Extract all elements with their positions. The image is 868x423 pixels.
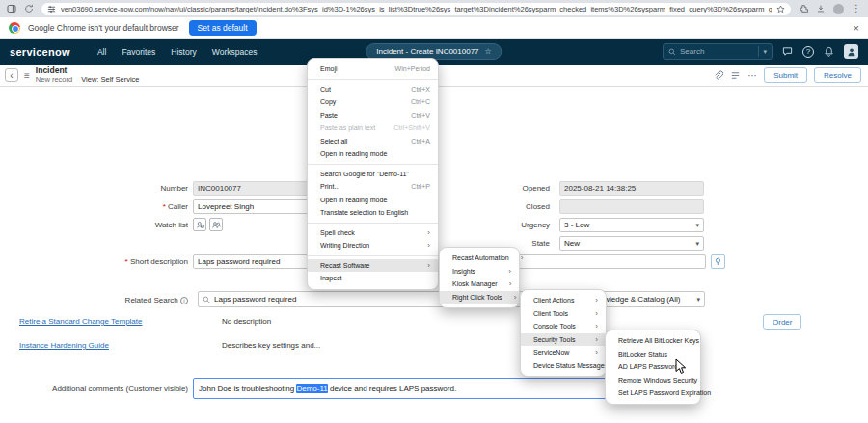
emoji-menu-item[interactable]: EmojiWin+Period <box>308 63 438 76</box>
paste-as-plain-text-menu-item[interactable]: Paste as plain textCtrl+Shift+V <box>308 121 438 135</box>
menu-item-label: BitLocker Status <box>618 351 667 357</box>
kiosk-manager-menu-item[interactable]: Kiosk Manager› <box>440 278 519 291</box>
default-browser-banner: Google Chrome isn't your default browser… <box>0 17 868 39</box>
menu-item-label: Console Tools <box>533 323 576 330</box>
open-in-reading-mode-menu-item[interactable]: Open in reading mode <box>308 194 438 207</box>
suggestion-lightbulb-icon[interactable] <box>711 254 725 269</box>
print-menu-item[interactable]: Print...Ctrl+P <box>308 180 438 194</box>
submenu-arrow-icon: › <box>509 253 524 262</box>
set-as-default-button[interactable]: Set as default <box>189 20 257 36</box>
client-tools-menu-item[interactable]: Client Tools› <box>521 307 606 321</box>
menu-item-label: Search Google for "Demo-11" <box>320 171 409 177</box>
device-status-messages-menu-item[interactable]: Device Status Messages <box>521 359 606 373</box>
menu-item-shortcut: Ctrl+A <box>395 138 430 145</box>
browser-panel-icon[interactable] <box>7 4 16 13</box>
default-browser-text: Google Chrome isn't your default browser <box>28 23 179 33</box>
menu-separator <box>308 223 438 224</box>
bookmark-star-icon[interactable] <box>776 5 785 13</box>
user-avatar[interactable] <box>844 44 858 59</box>
submenu-arrow-icon: › <box>583 348 598 357</box>
selected-text: Demo-11 <box>296 384 327 393</box>
submenu-arrow-icon: › <box>416 228 430 237</box>
right-click-tools-menu-item[interactable]: Right Click Tools› <box>440 291 519 304</box>
caller-label: * Caller <box>43 202 188 211</box>
menu-item-label: Emoji <box>320 66 338 72</box>
writing-direction-menu-item[interactable]: Writing Direction› <box>308 239 438 252</box>
select-all-menu-item[interactable]: Select allCtrl+A <box>308 135 438 148</box>
activity-stream-icon[interactable] <box>730 70 741 81</box>
spell-check-menu-item[interactable]: Spell check› <box>308 226 438 240</box>
extensions-icon[interactable] <box>799 4 808 13</box>
translate-selection-to-english-menu-item[interactable]: Translate selection to English <box>308 206 438 220</box>
client-actions-menu-item[interactable]: Client Actions› <box>521 294 606 307</box>
console-tools-menu-item[interactable]: Console Tools› <box>521 320 606 333</box>
insights-menu-item[interactable]: Insights› <box>440 265 519 278</box>
servicenow-logo[interactable]: servicenow <box>10 46 70 58</box>
menu-separator <box>308 164 438 165</box>
recast-automation-menu-item[interactable]: Recast Automation› <box>440 251 519 265</box>
cut-menu-item[interactable]: CutCtrl+X <box>308 83 438 96</box>
info-icon[interactable]: i <box>180 297 188 304</box>
menu-item-label: Recast Automation <box>452 254 509 261</box>
paste-menu-item[interactable]: PasteCtrl+V <box>308 109 438 122</box>
menu-item-label: Open in reading mode <box>320 150 387 157</box>
global-search[interactable]: Search ▾ <box>663 43 773 60</box>
help-icon[interactable]: ? <box>802 46 814 58</box>
primary-nav: All Favorites History Workspaces <box>97 47 257 57</box>
set-laps-password-expiration-menu-item[interactable]: Set LAPS Password Expiration <box>606 386 700 400</box>
chat-icon[interactable] <box>781 45 794 58</box>
opened-field[interactable]: 2025-08-21 14:38:25 <box>559 181 704 196</box>
remote-windows-security-menu-item[interactable]: Remote Windows Security <box>606 374 700 387</box>
watch-list-add-me-icon[interactable] <box>193 218 206 231</box>
banner-close-icon[interactable]: × <box>854 22 859 34</box>
nav-all[interactable]: All <box>97 47 106 57</box>
record-title-block: Incident New record View: Self Service <box>36 66 140 84</box>
browser-menu-icon[interactable]: ⋮ <box>852 4 861 13</box>
retrieve-all-bitlocker-keys-menu-item[interactable]: Retrieve All BitLocker Keys <box>606 334 700 348</box>
favorite-star-icon[interactable]: ☆ <box>485 47 492 56</box>
menu-item-label: Spell check <box>320 229 355 236</box>
nav-history[interactable]: History <box>171 47 196 57</box>
open-in-reading-mode-menu-item[interactable]: Open in reading mode <box>308 147 438 161</box>
nav-favorites[interactable]: Favorites <box>122 47 155 57</box>
more-options-icon[interactable]: ⋯ <box>747 70 757 81</box>
search-scope-chevron-icon[interactable]: ▾ <box>763 48 767 56</box>
attachment-icon[interactable] <box>713 70 723 81</box>
menu-item-label: Translate selection to English <box>320 209 408 216</box>
watch-list-edit-icon[interactable] <box>209 218 223 231</box>
security-tools-menu-item[interactable]: Security Tools› <box>521 333 606 347</box>
number-field[interactable]: INC0010077 <box>193 181 320 196</box>
watch-list-label: Watch list <box>43 221 188 229</box>
recast-software-menu-item[interactable]: Recast Software› <box>308 259 438 273</box>
site-settings-icon[interactable] <box>47 5 56 13</box>
menu-item-label: Insights <box>452 268 475 275</box>
browser-profile-avatar[interactable] <box>833 4 844 14</box>
closed-field[interactable] <box>559 199 704 214</box>
refresh-icon[interactable] <box>24 4 34 13</box>
submit-button-top[interactable]: Submit <box>764 67 807 83</box>
result-link-retire-template[interactable]: Retire a Standard Change Template <box>19 317 143 326</box>
address-bar[interactable]: ven03690.service-now.com/now/nav/ui/clas… <box>41 3 791 15</box>
view-selector[interactable]: View: Self Service <box>81 76 139 85</box>
urgency-select[interactable]: 3 - Low▾ <box>559 218 704 232</box>
servicenow-menu-item[interactable]: ServiceNow› <box>521 346 606 359</box>
copy-menu-item[interactable]: CopyCtrl+C <box>308 95 438 109</box>
caller-field[interactable]: Lovepreet Singh <box>193 199 320 214</box>
back-button[interactable]: ‹ <box>5 68 18 82</box>
menu-item-label: Paste <box>320 112 338 119</box>
resolve-button-top[interactable]: Resolve <box>814 67 861 83</box>
state-select[interactable]: New▾ <box>559 236 704 251</box>
order-button[interactable]: Order <box>763 314 801 330</box>
record-context-menu-icon[interactable]: ≡ <box>24 70 30 81</box>
search-google-for-demo-11-menu-item[interactable]: Search Google for "Demo-11" <box>308 168 438 181</box>
nav-workspaces[interactable]: Workspaces <box>212 47 258 57</box>
menu-item-label: Device Status Messages <box>533 362 608 369</box>
notifications-icon[interactable] <box>823 45 835 58</box>
inspect-menu-item[interactable]: Inspect <box>308 272 438 285</box>
menu-item-label: Cut <box>320 86 331 93</box>
result-link-hardening-guide[interactable]: Instance Hardening Guide <box>19 341 109 350</box>
mandatory-icon: * <box>163 202 166 211</box>
menu-item-shortcut: Ctrl+C <box>395 98 430 105</box>
downloads-icon[interactable] <box>816 4 826 13</box>
submenu-arrow-icon: › <box>502 293 517 302</box>
